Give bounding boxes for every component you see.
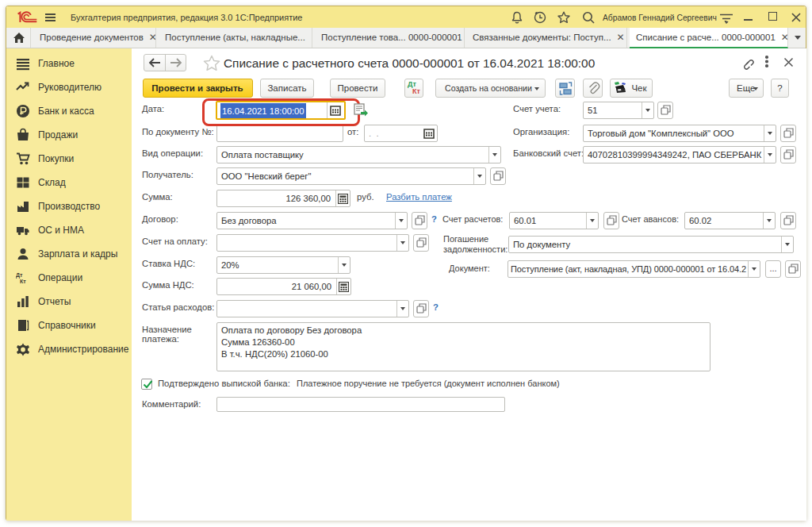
svg-text:Кт: Кт bbox=[20, 279, 26, 284]
svg-text:Дт: Дт bbox=[16, 272, 23, 279]
